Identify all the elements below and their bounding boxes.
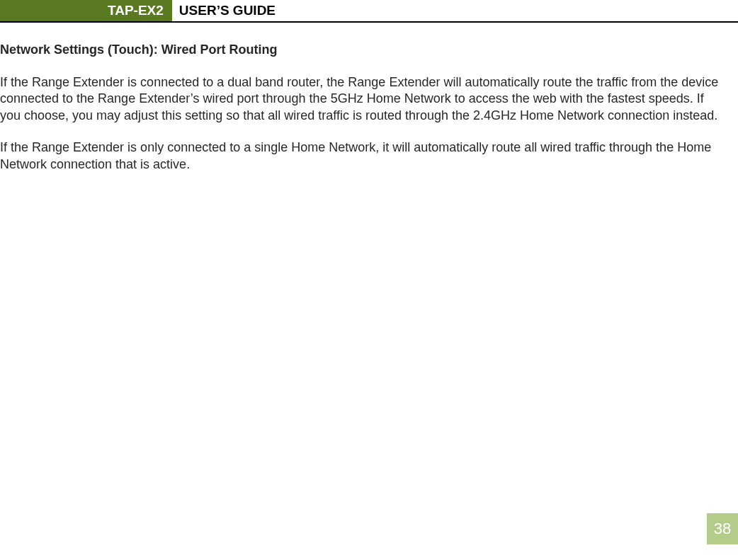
product-badge: TAP-EX2 <box>99 0 172 21</box>
section-heading: Network Settings (Touch): Wired Port Rou… <box>0 42 738 57</box>
document-title: USER’S GUIDE <box>172 0 276 21</box>
document-title-text: USER’S GUIDE <box>179 3 276 18</box>
header-accent-bar <box>0 0 99 21</box>
body-paragraph-1: If the Range Extender is connected to a … <box>0 74 722 124</box>
product-name: TAP-EX2 <box>108 3 164 18</box>
document-header: TAP-EX2 USER’S GUIDE <box>0 0 738 23</box>
page-number: 38 <box>707 513 738 544</box>
body-paragraph-2: If the Range Extender is only connected … <box>0 139 722 173</box>
page-content: Network Settings (Touch): Wired Port Rou… <box>0 23 738 173</box>
page-number-text: 38 <box>714 520 731 538</box>
